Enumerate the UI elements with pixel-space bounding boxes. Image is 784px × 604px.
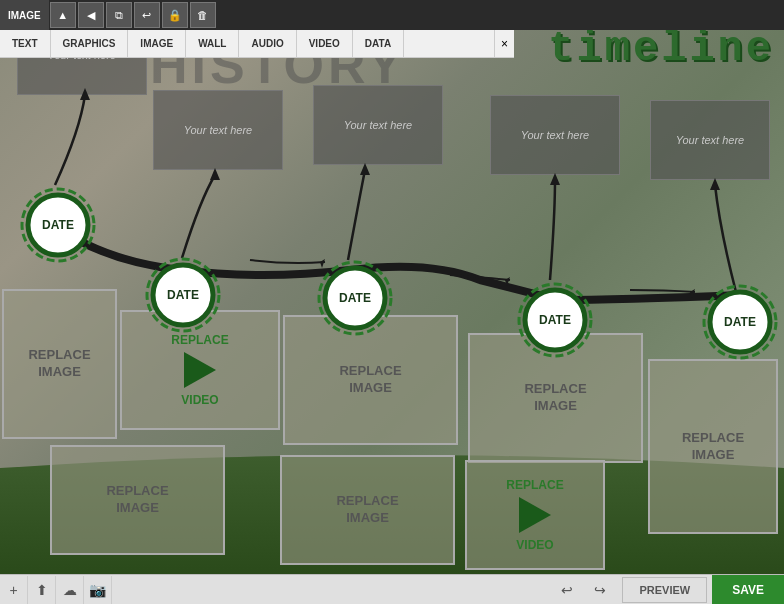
bottom-image-5[interactable]: REPLACEIMAGE bbox=[50, 445, 225, 555]
tab-image[interactable]: IMAGE bbox=[128, 30, 186, 57]
close-secondary-toolbar[interactable]: × bbox=[494, 30, 514, 58]
tab-data[interactable]: DATA bbox=[353, 30, 404, 57]
camera-button[interactable]: 📷 bbox=[84, 576, 112, 604]
tab-text[interactable]: TEXT bbox=[0, 30, 51, 57]
video2-replace-label-top: REPLACE bbox=[506, 478, 563, 492]
undo-button[interactable]: ↩ bbox=[553, 576, 581, 604]
canvas-area: HISTORY TiMeLiNe Your text here Your tex… bbox=[0, 0, 784, 575]
date-label-3: DATE bbox=[339, 291, 371, 305]
svg-marker-7 bbox=[690, 289, 695, 298]
add-button[interactable]: + bbox=[0, 576, 28, 604]
date-badge-4[interactable]: DATE bbox=[515, 280, 595, 360]
bottom-image-6[interactable]: REPLACEIMAGE bbox=[280, 455, 455, 565]
video2-replace-label-bottom: VIDEO bbox=[516, 538, 553, 552]
toolbar-image-label: IMAGE bbox=[0, 0, 49, 30]
main-toolbar: IMAGE ▲ ◀ ⧉ ↩ 🔒 🗑 bbox=[0, 0, 784, 30]
svg-marker-6 bbox=[505, 277, 510, 286]
tab-wall[interactable]: WALL bbox=[186, 30, 239, 57]
cloud-button[interactable]: ☁ bbox=[56, 576, 84, 604]
upload-button[interactable]: ⬆ bbox=[28, 576, 56, 604]
date-label-2: DATE bbox=[167, 288, 199, 302]
date-label-5: DATE bbox=[724, 315, 756, 329]
play-icon-1 bbox=[184, 352, 216, 388]
preview-button[interactable]: PREVIEW bbox=[622, 577, 707, 603]
save-button[interactable]: SAVE bbox=[712, 575, 784, 605]
undo-redo-group: ↩ ↪ bbox=[553, 576, 622, 604]
date-badge-1[interactable]: DATE bbox=[18, 185, 98, 265]
play-icon-2 bbox=[519, 497, 551, 533]
timeline-title: TiMeLiNe bbox=[548, 25, 774, 73]
date-label-1: DATE bbox=[42, 218, 74, 232]
date-badge-2[interactable]: DATE bbox=[143, 255, 223, 335]
text-placeholder-5[interactable]: Your text here bbox=[650, 100, 770, 180]
tab-audio[interactable]: AUDIO bbox=[239, 30, 296, 57]
date-badge-3[interactable]: DATE bbox=[315, 258, 395, 338]
text-placeholder-4[interactable]: Your text here bbox=[490, 95, 620, 175]
bottom-video-2[interactable]: REPLACE VIDEO bbox=[465, 460, 605, 570]
bottom-image-4[interactable]: REPLACEIMAGE bbox=[648, 359, 778, 534]
text-placeholder-2[interactable]: Your text here bbox=[153, 90, 283, 170]
bottom-image-1[interactable]: REPLACEIMAGE bbox=[2, 289, 117, 439]
bottom-toolbar: + ⬆ ☁ 📷 ↩ ↪ PREVIEW SAVE bbox=[0, 574, 784, 604]
redo-button[interactable]: ↪ bbox=[586, 576, 614, 604]
toolbar-left-btn[interactable]: ◀ bbox=[78, 2, 104, 28]
date-label-4: DATE bbox=[539, 313, 571, 327]
tab-video[interactable]: VIDEO bbox=[297, 30, 353, 57]
toolbar-delete-btn[interactable]: 🗑 bbox=[190, 2, 216, 28]
text-placeholder-3[interactable]: Your text here bbox=[313, 85, 443, 165]
toolbar-move-btn[interactable]: ▲ bbox=[50, 2, 76, 28]
video-replace-label-top: REPLACE bbox=[171, 333, 228, 347]
toolbar-undo-btn[interactable]: ↩ bbox=[134, 2, 160, 28]
toolbar-copy-btn[interactable]: ⧉ bbox=[106, 2, 132, 28]
toolbar-lock-btn[interactable]: 🔒 bbox=[162, 2, 188, 28]
video-replace-label-bottom: VIDEO bbox=[181, 393, 218, 407]
secondary-toolbar: TEXT GRAPHICS IMAGE WALL AUDIO VIDEO DAT… bbox=[0, 30, 500, 58]
date-badge-5[interactable]: DATE bbox=[700, 282, 780, 362]
tab-graphics[interactable]: GRAPHICS bbox=[51, 30, 129, 57]
